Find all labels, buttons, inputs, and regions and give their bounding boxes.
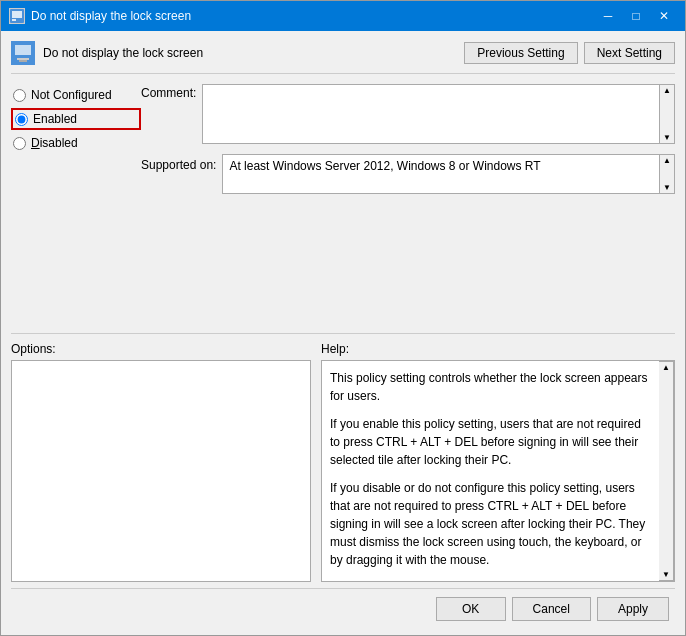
header-title: Do not display the lock screen <box>11 41 203 65</box>
help-text: This policy setting controls whether the… <box>330 369 651 569</box>
options-help-row: Options: Help: This policy setting contr… <box>11 342 675 583</box>
scroll-up-arrow: ▲ <box>663 86 671 95</box>
help-label: Help: <box>321 342 675 356</box>
supported-row: Supported on: At least Windows Server 20… <box>141 154 675 194</box>
title-bar: Do not display the lock screen ─ □ ✕ <box>1 1 685 31</box>
help-scroll-up: ▲ <box>662 363 670 372</box>
help-scrollbar[interactable]: ▲ ▼ <box>659 361 674 582</box>
not-configured-radio[interactable] <box>13 89 26 102</box>
apply-button[interactable]: Apply <box>597 597 669 621</box>
previous-setting-button[interactable]: Previous Setting <box>464 42 577 64</box>
navigation-buttons: Previous Setting Next Setting <box>464 42 675 64</box>
divider <box>11 333 675 334</box>
svg-rect-2 <box>12 19 16 21</box>
main-window: Do not display the lock screen ─ □ ✕ Do <box>0 0 686 636</box>
scroll-up-arrow2: ▲ <box>663 156 671 165</box>
not-configured-option[interactable]: Not Configured <box>11 84 141 106</box>
not-configured-label: Not Configured <box>31 88 112 102</box>
scroll-down-arrow: ▼ <box>663 133 671 142</box>
enabled-label: Enabled <box>33 112 77 126</box>
footer: OK Cancel Apply <box>11 588 675 625</box>
svg-rect-6 <box>17 58 29 60</box>
help-content: This policy setting controls whether the… <box>322 361 659 582</box>
next-setting-button[interactable]: Next Setting <box>584 42 675 64</box>
supported-scrollbar[interactable]: ▲ ▼ <box>660 154 675 194</box>
svg-rect-5 <box>19 60 27 62</box>
comment-textarea[interactable] <box>202 84 660 144</box>
comment-row: Comment: ▲ ▼ <box>141 84 675 144</box>
minimize-button[interactable]: ─ <box>595 6 621 26</box>
options-label: Options: <box>11 342 311 356</box>
options-box <box>11 360 311 583</box>
options-content <box>12 361 310 582</box>
cancel-button[interactable]: Cancel <box>512 597 591 621</box>
help-para-2: If you enable this policy setting, users… <box>330 415 651 469</box>
ok-button[interactable]: OK <box>436 597 506 621</box>
comment-scrollbar[interactable]: ▲ ▼ <box>660 84 675 144</box>
window-title: Do not display the lock screen <box>31 9 191 23</box>
header-row: Do not display the lock screen Previous … <box>11 41 675 74</box>
supported-value: At least Windows Server 2012, Windows 8 … <box>222 154 660 194</box>
disabled-label: Disabled <box>31 136 78 150</box>
right-panel: Comment: ▲ ▼ Supported on: At least Wind… <box>141 84 675 325</box>
left-panel: Not Configured Enabled Disabled <box>11 84 141 325</box>
policy-icon <box>11 41 35 65</box>
help-section: Help: This policy setting controls wheth… <box>311 342 675 583</box>
dialog-title: Do not display the lock screen <box>43 46 203 60</box>
radio-group: Not Configured Enabled Disabled <box>11 84 141 154</box>
window-icon <box>9 8 25 24</box>
title-bar-left: Do not display the lock screen <box>9 8 191 24</box>
svg-rect-4 <box>15 45 31 55</box>
help-box: This policy setting controls whether the… <box>321 360 675 583</box>
enabled-option[interactable]: Enabled <box>11 108 141 130</box>
supported-label: Supported on: <box>141 154 216 172</box>
maximize-button[interactable]: □ <box>623 6 649 26</box>
scroll-down-arrow2: ▼ <box>663 183 671 192</box>
disabled-option[interactable]: Disabled <box>11 132 141 154</box>
disabled-radio[interactable] <box>13 137 26 150</box>
svg-rect-1 <box>12 11 22 18</box>
enabled-radio[interactable] <box>15 113 28 126</box>
help-para-3: If you disable or do not configure this … <box>330 479 651 569</box>
title-bar-controls: ─ □ ✕ <box>595 6 677 26</box>
help-scroll-down: ▼ <box>662 570 670 579</box>
comment-label: Comment: <box>141 84 196 100</box>
options-section: Options: <box>11 342 311 583</box>
main-area: Not Configured Enabled Disabled Comm <box>11 84 675 325</box>
content-area: Do not display the lock screen Previous … <box>1 31 685 635</box>
close-button[interactable]: ✕ <box>651 6 677 26</box>
help-para-1: This policy setting controls whether the… <box>330 369 651 405</box>
